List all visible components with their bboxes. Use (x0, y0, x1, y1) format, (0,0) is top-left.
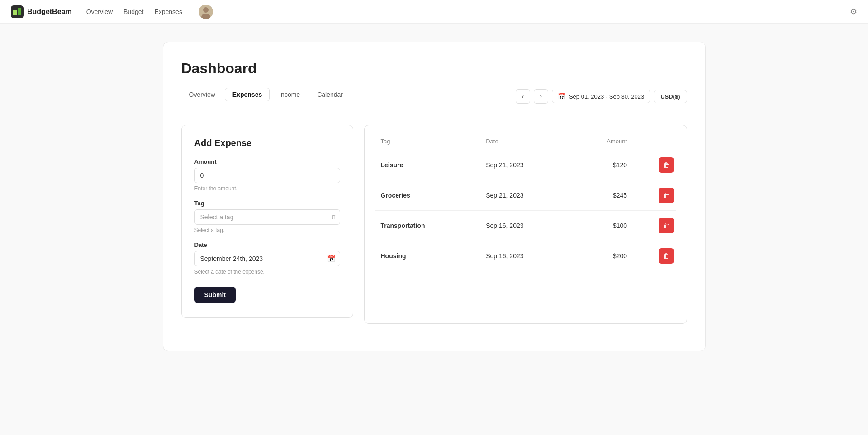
date-hint: Select a date of the expense. (194, 269, 340, 275)
amount-label: Amount (194, 158, 340, 165)
expense-tag: Transportation (375, 211, 481, 241)
tag-hint: Select a tag. (194, 227, 340, 233)
avatar[interactable] (199, 5, 213, 19)
nav-expenses[interactable]: Expenses (154, 8, 182, 15)
settings-icon[interactable]: ⚙ (850, 7, 857, 17)
next-period-button[interactable]: › (534, 89, 548, 104)
expense-date: Sep 21, 2023 (480, 180, 573, 211)
page-container: Dashboard Overview Expenses Income Calen… (163, 42, 706, 351)
svg-rect-2 (18, 8, 21, 15)
tag-label: Tag (194, 200, 340, 207)
submit-button[interactable]: Submit (194, 287, 236, 303)
content-row: Add Expense Amount Enter the amount. Tag… (181, 125, 687, 324)
expenses-table: Tag Date Amount Leisure Sep 21, 2023 $12… (375, 134, 676, 271)
table-row: Housing Sep 16, 2023 $200 🗑 (375, 241, 676, 271)
expenses-card: Tag Date Amount Leisure Sep 21, 2023 $12… (364, 125, 687, 324)
amount-hint: Enter the amount. (194, 185, 340, 192)
expense-amount: $100 (573, 211, 632, 241)
date-input-wrapper: 📅 (194, 251, 340, 266)
calendar-icon: 📅 (558, 93, 565, 100)
tag-group: Tag Select a tag Leisure Groceries Trans… (194, 200, 340, 233)
expense-actions: 🗑 (632, 180, 675, 211)
col-amount: Amount (573, 134, 632, 150)
table-row: Transportation Sep 16, 2023 $100 🗑 (375, 211, 676, 241)
brand-logo-icon (11, 5, 24, 18)
tabs: Overview Expenses Income Calendar (181, 88, 351, 101)
date-range-text: Sep 01, 2023 - Sep 30, 2023 (569, 93, 644, 100)
expense-tag: Groceries (375, 180, 481, 211)
expense-actions: 🗑 (632, 150, 675, 180)
tab-calendar[interactable]: Calendar (309, 88, 351, 101)
col-tag: Tag (375, 134, 481, 150)
expense-amount: $245 (573, 180, 632, 211)
expense-amount: $120 (573, 150, 632, 180)
delete-expense-button[interactable]: 🗑 (659, 157, 674, 173)
prev-period-button[interactable]: ‹ (516, 89, 530, 104)
expense-tag: Housing (375, 241, 481, 271)
delete-expense-button[interactable]: 🗑 (659, 248, 674, 264)
expense-date: Sep 16, 2023 (480, 241, 573, 271)
date-label: Date (194, 241, 340, 248)
svg-rect-1 (13, 10, 17, 15)
col-date: Date (480, 134, 573, 150)
expense-actions: 🗑 (632, 211, 675, 241)
page-title: Dashboard (181, 60, 687, 77)
date-input[interactable] (194, 251, 340, 266)
add-expense-card: Add Expense Amount Enter the amount. Tag… (181, 125, 353, 318)
expense-actions: 🗑 (632, 241, 675, 271)
tag-select[interactable]: Select a tag Leisure Groceries Transport… (194, 209, 340, 225)
tab-income[interactable]: Income (271, 88, 308, 101)
svg-rect-0 (11, 5, 24, 18)
brand-name: BudgetBeam (27, 8, 72, 16)
tab-overview[interactable]: Overview (181, 88, 223, 101)
amount-group: Amount Enter the amount. (194, 158, 340, 192)
add-expense-title: Add Expense (194, 138, 340, 148)
navbar: BudgetBeam Overview Budget Expenses ⚙ (0, 0, 868, 24)
tag-select-wrapper: Select a tag Leisure Groceries Transport… (194, 209, 340, 225)
delete-expense-button[interactable]: 🗑 (659, 188, 674, 203)
delete-expense-button[interactable]: 🗑 (659, 218, 674, 233)
tab-expenses[interactable]: Expenses (225, 88, 270, 101)
nav-overview[interactable]: Overview (86, 8, 113, 15)
col-actions (632, 134, 675, 150)
nav-budget[interactable]: Budget (123, 8, 143, 15)
table-row: Groceries Sep 21, 2023 $245 🗑 (375, 180, 676, 211)
nav-links: Overview Budget Expenses (86, 5, 213, 19)
avatar-icon (199, 5, 213, 19)
currency-box[interactable]: USD($) (654, 90, 687, 103)
brand: BudgetBeam (11, 5, 72, 18)
expense-date: Sep 21, 2023 (480, 150, 573, 180)
top-bar: ‹ › 📅 Sep 01, 2023 - Sep 30, 2023 USD($) (516, 89, 687, 104)
svg-point-4 (203, 7, 209, 13)
expense-amount: $200 (573, 241, 632, 271)
date-range-box: 📅 Sep 01, 2023 - Sep 30, 2023 (552, 90, 650, 103)
amount-input[interactable] (194, 168, 340, 183)
table-row: Leisure Sep 21, 2023 $120 🗑 (375, 150, 676, 180)
table-header-row: Tag Date Amount (375, 134, 676, 150)
date-group: Date 📅 Select a date of the expense. (194, 241, 340, 275)
expense-tag: Leisure (375, 150, 481, 180)
expense-date: Sep 16, 2023 (480, 211, 573, 241)
navbar-right: ⚙ (850, 7, 857, 17)
